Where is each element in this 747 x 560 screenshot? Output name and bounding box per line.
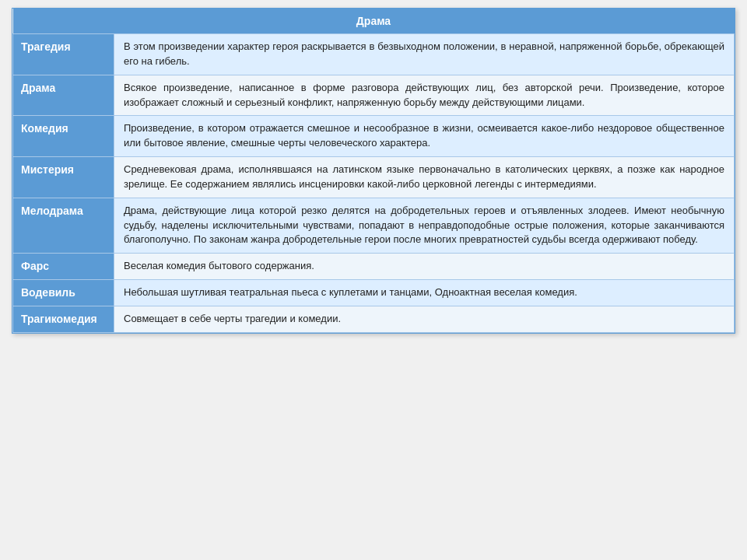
table-row: ДрамаВсякое произведение, написанное в ф… — [13, 75, 735, 116]
definition-cell: Совмещает в себе черты трагедии и комеди… — [114, 306, 735, 332]
term-cell: Трагикомедия — [13, 306, 114, 332]
definition-cell: Драма, действующие лица которой резко де… — [114, 198, 735, 254]
table-row: ВодевильНебольшая шутливая театральная п… — [13, 280, 735, 306]
table-row: КомедияПроизведение, в котором отражаетс… — [13, 116, 735, 157]
term-cell: Водевиль — [13, 280, 114, 306]
table-row: ТрагедияВ этом произведении характер гер… — [13, 34, 735, 75]
definition-cell: Всякое произведение, написанное в форме … — [114, 75, 735, 116]
table-row: МелодрамаДрама, действующие лица которой… — [13, 198, 735, 254]
table-row: ТрагикомедияСовмещает в себе черты траге… — [13, 306, 735, 332]
term-cell: Фарс — [13, 254, 114, 280]
definition-cell: Небольшая шутливая театральная пьеса с к… — [114, 280, 735, 306]
term-cell: Трагедия — [13, 34, 114, 75]
term-cell: Комедия — [13, 116, 114, 157]
table-row: ФарсВеселая комедия бытового содержания. — [13, 254, 735, 280]
table-row: МистерияСредневековая драма, исполнявшая… — [13, 157, 735, 198]
table-header-cell: Драма — [13, 9, 735, 34]
table-header-row: Драма — [13, 9, 735, 34]
definition-cell: Произведение, в котором отражается смешн… — [114, 116, 735, 157]
drama-table: Драма ТрагедияВ этом произведении характ… — [12, 9, 735, 333]
term-cell: Драма — [13, 75, 114, 116]
definition-cell: Веселая комедия бытового содержания. — [114, 254, 735, 280]
main-table-container: Драма ТрагедияВ этом произведении характ… — [12, 8, 735, 334]
term-cell: Мистерия — [13, 157, 114, 198]
term-cell: Мелодрама — [13, 198, 114, 254]
definition-cell: В этом произведении характер героя раскр… — [114, 34, 735, 75]
definition-cell: Средневековая драма, исполнявшаяся на ла… — [114, 157, 735, 198]
